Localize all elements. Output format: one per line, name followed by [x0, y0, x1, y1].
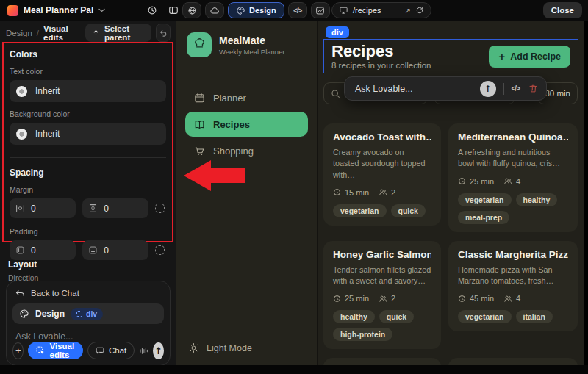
- design-mode-row[interactable]: Design div: [12, 303, 164, 324]
- recipe-card[interactable]: Mediterranean Quinoa… A refreshing and n…: [448, 123, 578, 232]
- nav-recipes-label: Recipes: [213, 119, 250, 130]
- analytics-button[interactable]: [311, 2, 330, 18]
- lovable-logo-icon: [7, 5, 18, 16]
- page-subtitle: 8 recipes in your collection: [331, 61, 431, 70]
- visual-edits-button[interactable]: Visual edits: [28, 342, 82, 359]
- preview-globe-button[interactable]: [182, 2, 201, 18]
- light-mode-toggle[interactable]: Light Mode: [188, 342, 252, 353]
- history-icon[interactable]: [147, 5, 157, 15]
- calendar-icon: [194, 93, 205, 104]
- recipe-time: 15 min: [345, 188, 369, 197]
- preview-canvas: div Recipes 8 recipes in your collection…: [318, 21, 584, 365]
- padding-label: Padding: [10, 227, 166, 236]
- background-color-input[interactable]: Inherit: [10, 123, 166, 145]
- recipe-card[interactable]: Honey Garlic Salmon Tender salmon fillet…: [323, 241, 441, 350]
- background-color-value: Inherit: [35, 129, 60, 139]
- recipe-card[interactable]: Avocado Toast with… Creamy avocado on to…: [323, 123, 441, 226]
- recipe-card[interactable]: Berry Overnight Oats Creamy make-ahead o…: [448, 358, 578, 365]
- recipe-tag: high-protein: [333, 328, 392, 341]
- palette-icon: [19, 309, 29, 319]
- padding-y-input[interactable]: 0: [82, 240, 148, 260]
- margin-x-input[interactable]: 0: [10, 198, 76, 218]
- servings-icon: [503, 177, 512, 185]
- recipe-time: 45 min: [470, 294, 494, 303]
- recipe-description: Tender salmon fillets glazed with a swee…: [333, 265, 431, 287]
- chat-label: Chat: [109, 346, 126, 355]
- time-filter-value: 30 min: [545, 89, 570, 98]
- recipe-servings: 2: [391, 294, 395, 303]
- recipe-tag: healthy: [516, 193, 558, 206]
- servings-icon: [379, 188, 387, 196]
- attach-button[interactable]: +: [12, 342, 24, 359]
- project-menu[interactable]: Meal Planner Pal: [7, 0, 105, 21]
- layout-heading: Layout: [8, 259, 37, 270]
- chat-button[interactable]: Chat: [87, 342, 135, 359]
- text-color-input[interactable]: Inherit: [10, 80, 166, 102]
- project-name: Meal Planner Pal: [24, 5, 93, 15]
- undo-button[interactable]: [156, 24, 171, 42]
- padding-x-input[interactable]: 0: [10, 240, 76, 260]
- palette-icon: [236, 6, 245, 15]
- recipe-tag: quick: [391, 204, 426, 217]
- toolbar-divider: [503, 83, 504, 95]
- close-button[interactable]: Close: [543, 2, 582, 18]
- send-button[interactable]: ↑: [153, 342, 164, 359]
- annotation-red-box: Colors Text color Inherit Background col…: [2, 42, 173, 242]
- url-bar[interactable]: /recipes ↗: [331, 2, 431, 18]
- toolbar-send-button[interactable]: ↑: [480, 81, 496, 97]
- visual-edits-icon: [36, 346, 45, 355]
- section-divider: [10, 157, 166, 158]
- margin-sides-toggle-icon[interactable]: [155, 204, 165, 213]
- open-external-icon[interactable]: ↗: [405, 7, 411, 15]
- recipe-tag: meal-prep: [458, 211, 509, 224]
- app-nav: Planner Recipes Shopping: [185, 85, 308, 165]
- app-name: MealMate: [219, 35, 285, 46]
- recipe-card[interactable]: Classic Margherita Pizza Homemade pizza …: [448, 241, 578, 332]
- margin-horizontal-icon: [15, 204, 25, 213]
- padding-horizontal-icon: [15, 245, 25, 255]
- refresh-icon[interactable]: [415, 6, 424, 15]
- code-view-button[interactable]: </>: [288, 2, 307, 18]
- recipe-tag: vegetarian: [458, 310, 512, 323]
- breadcrumb-design[interactable]: Design: [6, 29, 32, 37]
- add-recipe-button[interactable]: + Add Recipe: [489, 46, 570, 68]
- padding-x-value: 0: [31, 245, 36, 256]
- text-color-value: Inherit: [35, 86, 60, 96]
- recipe-tag: vegetarian: [333, 204, 387, 217]
- recipe-time: 25 min: [345, 294, 369, 303]
- recipe-title: Classic Margherita Pizza: [458, 249, 568, 260]
- margin-x-value: 0: [31, 204, 36, 214]
- margin-vertical-icon: [88, 204, 98, 213]
- app-brand: MealMate Weekly Meal Planner: [187, 32, 285, 57]
- chat-input[interactable]: Ask Lovable...: [15, 331, 161, 342]
- selected-header-box[interactable]: Recipes 8 recipes in your collection + A…: [323, 39, 578, 73]
- recipe-grid: Avocado Toast with… Creamy avocado on to…: [323, 123, 578, 365]
- back-to-chat-button[interactable]: Back to Chat: [12, 287, 164, 299]
- page-title: Recipes: [331, 43, 431, 60]
- recipe-card[interactable]: Thai Green Curry Aromatic coconut curry …: [323, 358, 441, 365]
- cloud-button[interactable]: [205, 2, 224, 18]
- dictation-icon[interactable]: [139, 346, 148, 356]
- clock-icon: [333, 295, 341, 303]
- color-swatch-icon[interactable]: [16, 86, 27, 97]
- code-icon: </>: [293, 7, 301, 15]
- toolbar-ask-input[interactable]: Ask Lovable...: [355, 84, 413, 94]
- toolbar-code-button[interactable]: </>: [512, 84, 520, 93]
- padding-sides-toggle-icon[interactable]: [155, 245, 165, 255]
- nav-item-planner[interactable]: Planner: [185, 85, 308, 110]
- nav-item-recipes[interactable]: Recipes: [185, 112, 308, 137]
- margin-y-input[interactable]: 0: [82, 198, 148, 218]
- selected-element-badge[interactable]: div: [71, 308, 103, 320]
- url-path: /recipes: [353, 6, 401, 15]
- delete-icon[interactable]: [528, 84, 538, 93]
- select-parent-button[interactable]: Select parent: [85, 24, 151, 42]
- breadcrumb-visual-edits: Visual edits: [43, 24, 81, 42]
- panel-toggle-icon[interactable]: [168, 5, 179, 15]
- recipe-title: Mediterranean Quinoa…: [458, 132, 568, 143]
- select-parent-label: Select parent: [104, 24, 145, 42]
- inspector-panel: Design / Visual edits Select parent Colo…: [0, 21, 176, 365]
- color-swatch-icon[interactable]: [16, 129, 27, 140]
- add-recipe-label: Add Recipe: [510, 51, 561, 62]
- design-mode-button[interactable]: Design: [228, 2, 284, 18]
- top-bar: Meal Planner Pal Design </> + /recipes ↗…: [0, 0, 588, 21]
